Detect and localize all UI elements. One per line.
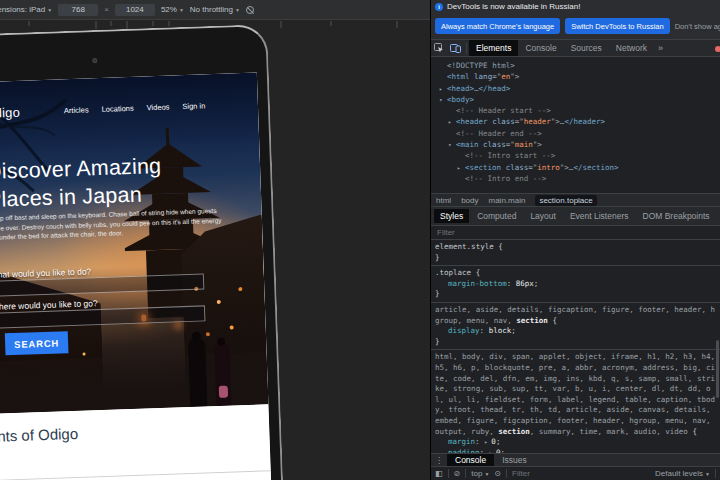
console-sidebar-icon[interactable]: ◧ <box>435 469 443 478</box>
dom-tree-row[interactable]: <!DOCTYPE html> <box>435 60 720 71</box>
kimono-figure <box>214 344 231 406</box>
dimensions-separator: × <box>104 5 109 14</box>
live-expression-icon[interactable]: ⊙ <box>494 469 501 478</box>
drawer-tab-issues[interactable]: Issues <box>494 454 535 466</box>
dom-tree-row[interactable]: <html lang="en"> <box>435 71 720 82</box>
css-rule: .toplace {margin-bottom: 86px;} <box>431 266 720 303</box>
css-declaration[interactable]: margin-bottom: 86px; <box>435 279 718 290</box>
css-declaration[interactable]: margin: ▸ 0; <box>435 437 718 448</box>
dom-tree-row[interactable]: <!-- Intro end --> <box>435 173 720 184</box>
search-button[interactable]: SEARCH <box>5 331 69 355</box>
css-declaration[interactable]: display: block; <box>435 326 718 337</box>
breadcrumb: htmlbodymain.mainsection.toplace <box>431 193 720 207</box>
banner-text: DevTools is now available in Russian! <box>447 2 580 11</box>
nav-item-videos[interactable]: Videos <box>147 102 170 112</box>
console-drawer: ⋮ ConsoleIssues ◧ ⊘ top▼ ⊙ Filter Defaul… <box>431 453 720 480</box>
tab-sources[interactable]: Sources <box>564 40 609 56</box>
dom-tree-row[interactable]: ▾<body> <box>435 94 720 105</box>
dom-tree-row[interactable]: ▸<head>…</head> <box>435 83 720 94</box>
css-rule: article, aside, details, figcaption, fig… <box>431 303 720 350</box>
devtools-tabbar: ElementsConsoleSourcesNetwork » <box>431 40 720 57</box>
chevron-down-icon: ▼ <box>484 471 489 477</box>
width-input[interactable]: 768 <box>58 4 98 16</box>
crumb-section.toplace[interactable]: section.toplace <box>535 195 596 206</box>
switch-russian-button[interactable]: Switch DevTools to Russian <box>565 18 670 34</box>
styles-tab-event-listeners[interactable]: Event Listeners <box>564 209 635 223</box>
styles-pane: element.style {}.toplace {margin-bottom:… <box>431 240 720 453</box>
styles-tab-styles[interactable]: Styles <box>434 209 469 223</box>
tab-elements[interactable]: Elements <box>469 40 518 56</box>
styles-sidebar-tabs: StylesComputedLayoutEvent ListenersDOM B… <box>431 207 720 226</box>
device-screen: Odigo ArticlesLocationsVideosSign in Dis… <box>0 72 274 480</box>
tablet-device-frame: Odigo ArticlesLocationsVideosSign in Dis… <box>0 24 287 480</box>
dom-tree-row[interactable]: <!-- Intro start --> <box>435 150 720 161</box>
device-toolbar-icon[interactable] <box>450 43 461 53</box>
rule-selector[interactable]: .toplace { <box>435 268 718 279</box>
nav-item-articles[interactable]: Articles <box>64 105 89 115</box>
styles-tab-dom-breakpoints[interactable]: DOM Breakpoints <box>637 209 716 223</box>
chevron-down-icon: ▼ <box>705 471 710 477</box>
dom-tree-row[interactable]: <!-- Header end --> <box>435 128 720 139</box>
nav-item-sign-in[interactable]: Sign in <box>182 101 205 111</box>
site-nav: ArticlesLocationsVideosSign in <box>64 101 206 115</box>
height-input[interactable]: 1024 <box>115 4 155 16</box>
devtools-panel: i DevTools is now available in Russian! … <box>430 0 720 480</box>
expand-arrow-icon[interactable]: ▸ <box>457 162 465 173</box>
log-levels-select[interactable]: Default levels▼ <box>655 469 710 478</box>
hero-heading: Discover Amazing Places in Japan <box>0 150 217 214</box>
styles-tab-layout[interactable]: Layout <box>524 209 562 223</box>
rule-selector[interactable]: article, aside, details, figcaption, fig… <box>435 305 718 326</box>
crumb-html[interactable]: html <box>436 196 451 205</box>
dom-tree-row[interactable]: ▸<section class="intro">…</section> <box>435 162 720 173</box>
site-logo[interactable]: Odigo <box>0 105 21 121</box>
rotate-icon[interactable] <box>246 6 254 14</box>
dimensions-select[interactable]: Dimensions: iPad▼ <box>0 5 52 14</box>
rule-selector[interactable]: html, body, div, span, applet, object, i… <box>435 352 718 437</box>
dom-tree-row[interactable]: ▾<main class="main"> <box>435 139 720 150</box>
hero-section: Odigo ArticlesLocationsVideosSign in Dis… <box>0 72 268 413</box>
elements-tree: <!DOCTYPE html><html lang="en">▸<head>…<… <box>431 57 720 193</box>
language-banner: i DevTools is now available in Russian! … <box>431 0 720 40</box>
expand-arrow-icon[interactable]: ▸ <box>448 116 456 127</box>
chevron-down-icon: ▼ <box>47 7 52 13</box>
highlights-section: Highlights of Odigo <box>0 404 274 480</box>
error-badge[interactable] <box>715 46 720 52</box>
clear-console-icon[interactable]: ⊘ <box>454 469 461 478</box>
device-toolbar: Dimensions: iPad▼ 768 × 1024 52%▼ No thr… <box>0 0 430 20</box>
expand-arrow-icon[interactable]: ▾ <box>448 139 456 150</box>
more-tabs-icon[interactable]: » <box>654 43 667 53</box>
dont-show-again-button[interactable]: Don't show again <box>675 22 720 31</box>
tab-console[interactable]: Console <box>518 40 563 56</box>
styles-filter-input[interactable]: Filter <box>431 226 720 240</box>
nav-item-locations[interactable]: Locations <box>101 104 133 114</box>
pedestrian-silhouette <box>188 338 207 407</box>
expand-arrow-icon[interactable]: ▸ <box>439 83 447 94</box>
crumb-body[interactable]: body <box>461 196 478 205</box>
inspect-element-icon[interactable] <box>434 43 444 53</box>
drawer-tab-console[interactable]: Console <box>447 454 494 466</box>
highlights-title: Highlights of Odigo <box>0 425 78 446</box>
zoom-select[interactable]: 52%▼ <box>161 5 184 14</box>
toolbar-divider <box>466 43 467 54</box>
console-filter-input[interactable]: Filter <box>512 469 530 478</box>
section-divider <box>0 470 271 480</box>
tablet-camera <box>92 58 97 63</box>
expand-arrow-icon[interactable]: ▾ <box>439 94 447 105</box>
crumb-main.main[interactable]: main.main <box>488 196 525 205</box>
chevron-down-icon: ▼ <box>179 7 184 13</box>
styles-tab-computed[interactable]: Computed <box>471 209 522 223</box>
rule-selector[interactable]: element.style { <box>435 242 718 253</box>
info-icon: i <box>435 3 443 11</box>
chevron-down-icon: ▼ <box>235 7 240 13</box>
dom-tree-row[interactable]: <!-- Header start --> <box>435 105 720 116</box>
css-rule: element.style {} <box>431 240 720 266</box>
console-context-select[interactable]: top▼ <box>471 469 489 478</box>
tab-network[interactable]: Network <box>609 40 654 56</box>
dom-tree-row[interactable]: ▸<header class="header">…</header> <box>435 116 720 127</box>
match-language-button[interactable]: Always match Chrome's language <box>435 18 560 34</box>
scrollbar-thumb[interactable] <box>716 340 719 398</box>
throttling-select[interactable]: No throttling▼ <box>190 5 240 14</box>
css-rule: html, body, div, span, applet, object, i… <box>431 350 720 453</box>
drawer-menu-icon[interactable]: ⋮ <box>431 456 447 465</box>
